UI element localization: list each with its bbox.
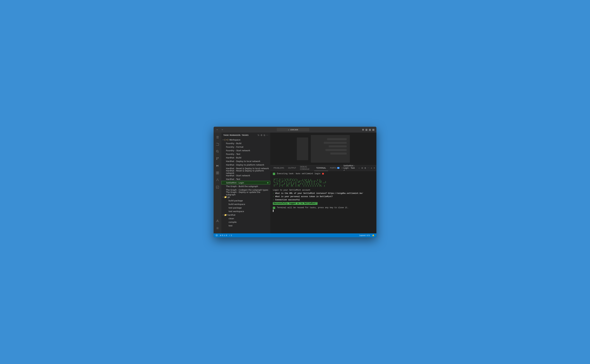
task-item-hardhat-deploy-local[interactable]: Hardhat - Deploy to local network [221,159,270,163]
hardhat-folder-section[interactable]: ▾ 📁 hardhat [221,213,270,217]
errors-indicator[interactable]: ⊘ 0 ⚠ 0 [220,234,227,236]
task-label: Hardhat - Reset & Deploy to local networ… [226,167,269,170]
ports-badge: 1 [337,167,340,169]
task-item-hardhat-deploy-platform[interactable]: Hardhat - Deploy to platform network [221,163,270,167]
refresh-icon[interactable]: ↻ [258,134,259,137]
layout-indicator[interactable]: Layout: U.S. [359,234,370,236]
layout-icon-1[interactable]: ⊞ [362,128,364,131]
split-terminal-icon[interactable]: ⊞ [361,167,363,169]
hardhat-folder-label: hardhat [227,214,235,216]
task-label: SettleMint - Login [226,182,244,184]
q2-text: What is your personal access token in Se… [275,195,333,198]
titlebar-actions: ⊞ ▥ ▤ ▧ [362,128,374,131]
collapse-panel-icon[interactable]: ∧ [371,167,372,169]
tab-terminal[interactable]: TERMINAL [314,165,328,171]
sidebar-header-actions: ↻ ⚙ ⧉ ··· [258,134,268,137]
svg-rect-9 [218,172,219,173]
collapse-icon[interactable]: ⧉ [264,134,265,137]
task-item-foundry-test[interactable]: Foundry - Test [221,152,270,156]
task-item-graph-build[interactable]: The Graph - Build the subgraph [221,184,270,188]
task-item-hardhat-build[interactable]: Hardhat - Build [221,156,270,159]
terminal-content[interactable]: ★ Executing task: bunx settlemint login … [270,171,376,233]
run-debug-icon[interactable] [214,162,221,169]
login-prompt: Login to your SettleMint account [273,189,310,191]
sidebar-tree: ▾ {→} Workspace Foundry - Build Foundry … [221,138,270,233]
task-manager-icon[interactable] [214,184,221,190]
activity-bar: ☰ [214,133,221,233]
tab-debug-console[interactable]: DEBUG CONSOLE [298,165,314,171]
statusbar-left: ⊘ 0 ⚠ 0 ⑂ 1 [216,234,232,236]
explorer-icon[interactable] [214,141,221,148]
search-icon[interactable] [214,148,221,155]
tab-ports[interactable]: PORTS 1 [328,165,342,171]
svg-text:____       _   _   _      __  : ____ _ _ _ __ __ _ _ [274,177,297,179]
terminal-line-success: Successfully logged in to SettleMint! [273,202,374,205]
titlebar-search[interactable]: ⌕ usecase [277,128,309,131]
cursor: ▋ [273,210,274,212]
task-item-compile[interactable]: compile [221,220,270,224]
task-item-foundry-build[interactable]: Foundry - Build [221,142,270,145]
tab-problems[interactable]: PROBLEMS [272,165,286,171]
layout-icon-3[interactable]: ▤ [369,128,371,131]
tab-output[interactable]: OUTPUT [286,165,298,171]
task-item-hardhat-reset-platform[interactable]: Hardhat - Reset & Deploy to platform net… [221,170,270,174]
svg-rect-11 [218,173,219,174]
tab-label: TERMINAL [316,167,326,169]
search-icon: ⌕ [288,129,289,131]
extensions-icon[interactable] [214,170,221,176]
settings-icon[interactable]: ⚙ [260,134,263,137]
task-label: test workspace [229,210,244,213]
menu-icon[interactable]: ☰ [214,134,221,140]
sidebar: TASK MANAGER: TASKS ↻ ⚙ ⧉ ··· ▾ {→} Work… [221,133,270,233]
run-icon[interactable]: ▶ [267,182,269,184]
ports-icon: ⑂ [229,234,230,236]
task-item-build-package[interactable]: build package [221,199,270,202]
panel-actions: SettleMint - Login - Task ✓ ＋ ⊞ 🗑 ··· ∧ … [342,165,375,171]
placeholder-line [327,138,347,140]
close-panel-icon[interactable]: ✕ [373,167,375,169]
terminal-line-login: Login to your SettleMint account [273,189,374,192]
task-item-foundry-format[interactable]: Foundry - Format [221,145,270,149]
sidebar-header: TASK MANAGER: TASKS ↻ ⚙ ⧉ ··· [221,133,270,138]
placeholder-line [329,145,347,147]
task-label: test package [229,207,242,209]
editor-placeholder [270,133,376,165]
account-icon[interactable] [214,218,221,224]
success-text: Successfully logged in to SettleMint! [273,202,318,205]
back-button[interactable]: ← [216,128,219,131]
remote-icon[interactable] [216,234,218,236]
task-label: The Graph - Deploy or update the subgrap… [226,191,269,196]
svg-rect-7 [218,165,218,167]
settings-icon[interactable] [214,225,221,231]
task-item-test-package[interactable]: test package [221,206,270,209]
add-terminal-icon[interactable]: ＋ [358,167,360,169]
more-actions-icon[interactable]: ··· [266,134,268,137]
task-item-graph-deploy[interactable]: The Graph - Deploy or update the subgrap… [221,192,270,195]
placeholder-content [311,135,350,163]
task-label: The Graph - Build the subgraph [226,185,258,188]
task-item-settlemint-login[interactable]: SettleMint - Login ▶ [221,181,270,184]
more-terminal-icon[interactable]: ··· [368,167,369,169]
task-item-clean[interactable]: clean [221,217,270,220]
task-item-test-workspace[interactable]: test workspace [221,209,270,213]
folder-icon: 📁 [224,196,227,198]
task-item-hardhat-test[interactable]: Hardhat - Test [221,177,270,181]
forward-button[interactable]: → [220,128,224,131]
error-count: 0 [222,234,223,236]
layout-icon-2[interactable]: ▥ [365,128,367,131]
source-control-icon[interactable] [214,155,221,162]
task-item-test[interactable]: test [221,224,270,227]
task-item-build-workspace[interactable]: build workspace [221,202,270,206]
delete-terminal-icon[interactable]: 🗑 [364,167,366,169]
task-item-foundry-start-network[interactable]: Foundry - Start network [221,149,270,152]
layout-icon-4[interactable]: ▧ [372,128,374,131]
task-label: Hardhat - Start network [226,174,250,177]
statusbar-right: Layout: U.S. 🔔 [359,234,374,236]
flask-icon[interactable] [214,177,221,183]
svg-text:\___ \ / _ \ __| __| |/ _ \ |\: \___ \ / _ \ __| __| |/ _ \ |\/| | | '_ … [274,181,326,183]
notification-bell[interactable]: 🔔 [372,234,374,236]
svg-point-0 [216,150,218,152]
workspace-section[interactable]: ▾ {→} Workspace [221,138,270,142]
task-label: Hardhat - Reset & Deploy to platform net… [226,169,269,174]
ports-indicator[interactable]: ⑂ 1 [229,234,232,236]
